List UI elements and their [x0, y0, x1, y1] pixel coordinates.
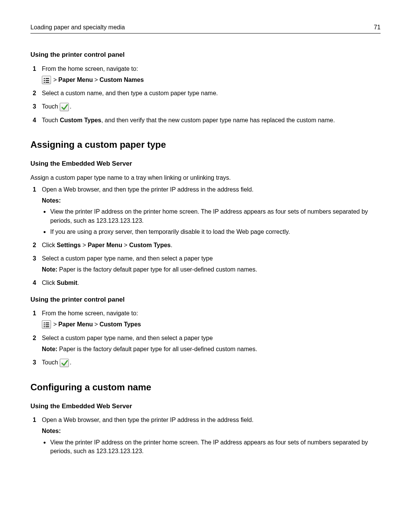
- step-3: 3 Touch .: [30, 358, 381, 367]
- step-text-post: .: [70, 103, 71, 110]
- note-label: Note:: [42, 266, 57, 273]
- step-4: 4 Click Submit.: [30, 278, 381, 287]
- note-item: If you are using a proxy server, then te…: [42, 227, 381, 236]
- notes-label: Notes:: [42, 196, 381, 205]
- nav-item: Custom Names: [99, 75, 143, 84]
- step-text-bold: Custom Types: [60, 117, 101, 123]
- step-text: From the home screen, navigate to:: [42, 310, 138, 316]
- step-1: 1 Open a Web browser, and then type the …: [30, 415, 381, 455]
- note-line: Note: Paper is the factory default paper…: [42, 345, 381, 353]
- step-2: 2 Select a custom paper type name, and t…: [30, 334, 381, 353]
- step-number: 1: [33, 415, 36, 424]
- nav-path: > Paper Menu > Custom Names: [42, 75, 381, 84]
- step-1: 1 Open a Web browser, and then type the …: [30, 185, 381, 236]
- subheading-embedded-1: Using the Embedded Web Server: [30, 159, 381, 169]
- step-1: 1 From the home screen, navigate to: > P…: [30, 309, 381, 329]
- nav-sep: >: [122, 242, 129, 248]
- nav-item: Paper Menu: [88, 242, 122, 248]
- steps-embedded-2: 1 Open a Web browser, and then type the …: [30, 415, 381, 455]
- nav-item: Custom Types: [99, 320, 141, 329]
- notes-list: View the printer IP address on the print…: [42, 438, 381, 455]
- step-number: 4: [33, 116, 36, 125]
- step-number: 3: [33, 102, 36, 111]
- step-text-post: , and then verify that the new custom pa…: [101, 117, 335, 123]
- step-text: From the home screen, navigate to:: [42, 66, 138, 72]
- nav-sep: >: [53, 75, 57, 84]
- step-text-post: .: [70, 359, 71, 366]
- step-2: 2 Select a custom name, and then type a …: [30, 89, 381, 97]
- step-text: Open a Web browser, and then type the pr…: [42, 186, 253, 193]
- nav-item: Custom Types: [129, 242, 170, 248]
- step-number: 3: [33, 358, 36, 367]
- menu-icon: [42, 76, 51, 84]
- nav-item: Paper Menu: [58, 320, 93, 329]
- header-section: Loading paper and specialty media: [30, 23, 125, 32]
- nav-sep: >: [94, 320, 98, 329]
- step-number: 1: [33, 309, 36, 318]
- step-text: Open a Web browser, and then type the pr…: [42, 417, 253, 423]
- step-text-pre: Click: [42, 280, 57, 286]
- step-2: 2 Click Settings > Paper Menu > Custom T…: [30, 241, 381, 249]
- intro-paragraph: Assign a custom paper type name to a tra…: [30, 173, 381, 182]
- step-number: 4: [33, 278, 36, 287]
- header-page-number: 71: [374, 23, 381, 32]
- step-number: 1: [33, 185, 36, 194]
- notes-label: Notes:: [42, 427, 381, 435]
- steps-embedded-1: 1 Open a Web browser, and then type the …: [30, 185, 381, 288]
- note-label: Note:: [42, 346, 57, 352]
- nav-item: Paper Menu: [58, 75, 93, 84]
- heading-configuring: Configuring a custom name: [30, 381, 381, 394]
- note-text: Paper is the factory default paper type …: [57, 346, 257, 352]
- step-text-pre: Touch: [42, 117, 60, 123]
- subheading-embedded-2: Using the Embedded Web Server: [30, 402, 381, 411]
- nav-sep: >: [81, 242, 88, 248]
- heading-assigning: Assigning a custom paper type: [30, 138, 381, 152]
- step-number: 3: [33, 254, 36, 263]
- step-text: Select a custom paper type name, and the…: [42, 335, 213, 341]
- step-number: 2: [33, 334, 36, 342]
- step-number: 1: [33, 64, 36, 73]
- step-3: 3 Touch .: [30, 102, 381, 111]
- step-text-post: .: [170, 242, 172, 248]
- step-text-bold: Submit: [57, 280, 77, 286]
- step-text-pre: Click: [42, 242, 57, 248]
- step-text-pre: Touch: [42, 103, 60, 110]
- menu-icon: [42, 320, 51, 329]
- note-item: View the printer IP address on the print…: [42, 207, 381, 225]
- page-header: Loading paper and specialty media 71: [30, 23, 381, 34]
- note-item: View the printer IP address on the print…: [42, 438, 381, 455]
- subheading-control-panel-1: Using the printer control panel: [30, 50, 381, 60]
- nav-sep: >: [53, 320, 57, 329]
- steps-control-panel-1: 1 From the home screen, navigate to: > P…: [30, 64, 381, 125]
- note-line: Note: Paper is the factory default paper…: [42, 265, 381, 274]
- notes-list: View the printer IP address on the print…: [42, 207, 381, 236]
- step-number: 2: [33, 89, 36, 97]
- step-text: Select a custom paper type name, and the…: [42, 255, 213, 262]
- step-1: 1 From the home screen, navigate to: > P…: [30, 64, 381, 84]
- note-text: Paper is the factory default paper type …: [57, 266, 257, 273]
- nav-item: Settings: [57, 242, 81, 248]
- checkmark-icon: [60, 103, 69, 111]
- step-text-post: .: [77, 280, 79, 286]
- step-text: Select a custom name, and then type a cu…: [42, 90, 218, 96]
- step-number: 2: [33, 241, 36, 249]
- checkmark-icon: [60, 359, 69, 367]
- step-3: 3 Select a custom paper type name, and t…: [30, 254, 381, 274]
- step-4: 4 Touch Custom Types, and then verify th…: [30, 116, 381, 125]
- subheading-control-panel-2: Using the printer control panel: [30, 295, 381, 305]
- nav-sep: >: [94, 75, 98, 84]
- step-text-pre: Touch: [42, 359, 60, 366]
- nav-path: > Paper Menu > Custom Types: [42, 320, 381, 329]
- steps-control-panel-2: 1 From the home screen, navigate to: > P…: [30, 309, 381, 367]
